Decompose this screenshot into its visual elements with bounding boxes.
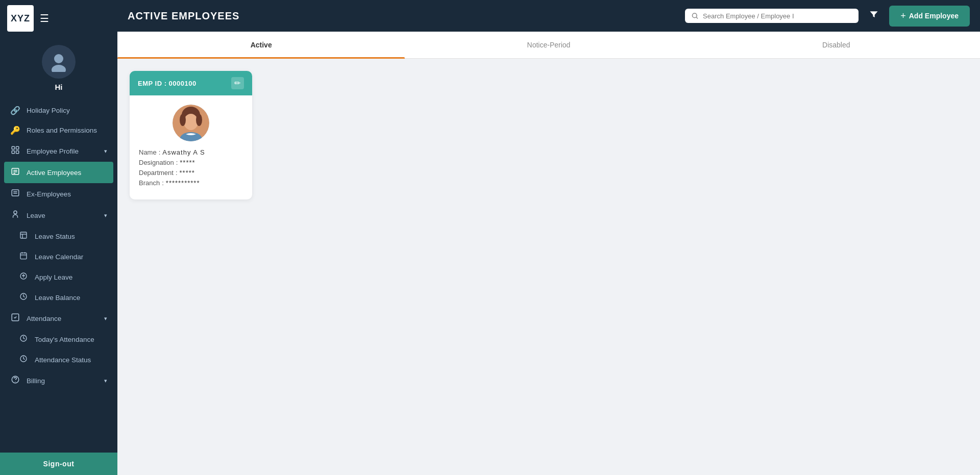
employee-card: EMP ID : 0000100 ✏ [130,71,252,199]
sidebar-item-label: Ex-Employees [27,190,71,198]
employee-branch-row: Branch : *********** [139,179,243,187]
employee-name-row: Name : Aswathy A S [139,148,243,156]
sidebar-item-attendance-status[interactable]: Attendance Status [0,349,117,370]
todays-attendance-icon [18,334,29,344]
sidebar-item-label: Leave [27,212,45,219]
sidebar-item-ex-employees[interactable]: Ex-Employees [0,183,117,205]
svg-rect-3 [16,146,19,149]
sidebar-item-leave[interactable]: Leave ▾ [0,205,117,226]
cards-area: EMP ID : 0000100 ✏ [117,59,980,212]
content-area: Active Notice-Period Disabled EMP ID : 0… [117,32,980,475]
chevron-down-icon: ▾ [104,148,107,155]
leave-status-icon [18,231,29,241]
emp-id: EMP ID : 0000100 [138,80,197,87]
chevron-down-icon: ▾ [104,315,107,322]
designation-label: Designation [139,159,174,166]
active-employees-icon [10,167,20,178]
filter-button[interactable] [867,8,881,24]
filter-icon [869,10,879,20]
add-employee-button[interactable]: + Add Employee [889,6,970,27]
sidebar-item-label: Today's Attendance [35,336,94,343]
sidebar-item-todays-attendance[interactable]: Today's Attendance [0,329,117,349]
designation-value: ***** [180,159,195,166]
chevron-down-icon: ▾ [104,212,107,219]
sidebar-user: Hi [0,37,117,96]
sidebar-item-label: Billing [27,377,45,385]
leave-balance-icon [18,292,29,303]
svg-point-0 [54,54,63,63]
sidebar-item-leave-status[interactable]: Leave Status [0,226,117,246]
chevron-down-icon: ▾ [104,378,107,384]
sidebar-item-label: Leave Balance [35,294,80,302]
tab-active[interactable]: Active [117,32,405,58]
svg-rect-5 [16,151,19,154]
employee-card-body: Name : Aswathy A S Designation : ***** D… [130,95,252,199]
search-bar [685,9,859,23]
svg-rect-14 [20,232,27,238]
attendance-status-icon [18,355,29,365]
department-value: ***** [180,169,195,177]
edit-icon[interactable]: ✏ [231,77,244,89]
holiday-policy-icon: 🔗 [10,106,20,115]
svg-rect-4 [12,151,14,154]
employee-card-header: EMP ID : 0000100 ✏ [130,71,252,95]
key-icon: 🔑 [10,126,20,135]
sidebar-item-leave-calendar[interactable]: Leave Calendar [0,246,117,267]
header: ACTIVE EMPLOYEES + Add Employee [117,0,980,32]
sidebar-item-billing[interactable]: Billing ▾ [0,370,117,391]
sidebar-item-leave-balance[interactable]: Leave Balance [0,287,117,308]
sidebar-item-label: Apply Leave [35,273,72,281]
employee-designation-row: Designation : ***** [139,159,243,166]
name-label: Name [139,148,157,156]
sidebar-item-label: Leave Calendar [35,253,83,261]
logo-box: XYZ [7,5,34,32]
sidebar-item-label: Active Employees [27,169,81,177]
sidebar-item-label: Roles and Permissions [27,127,97,134]
tab-disabled[interactable]: Disabled [693,32,980,58]
svg-rect-17 [20,253,27,259]
employee-info: Name : Aswathy A S Designation : ***** D… [139,148,243,189]
sidebar: XYZ ☰ Hi 🔗 Holiday Policy 🔑 Roles and Pe… [0,0,117,475]
plus-icon: + [900,11,906,21]
sidebar-item-apply-leave[interactable]: Apply Leave [0,267,117,287]
user-greeting: Hi [55,83,63,91]
sidebar-item-label: Holiday Policy [27,107,70,114]
sidebar-item-attendance[interactable]: Attendance ▾ [0,308,117,329]
person-icon [10,145,20,157]
search-icon [691,12,699,20]
svg-rect-2 [12,146,14,149]
sidebar-item-label: Attendance [27,315,61,322]
svg-point-27 [693,13,697,18]
calendar-icon [18,252,29,262]
hamburger-icon[interactable]: ☰ [40,12,49,24]
sidebar-logo: XYZ ☰ [0,0,117,37]
sidebar-item-active-employees[interactable]: Active Employees [4,162,113,183]
page-title: ACTIVE EMPLOYEES [128,10,677,22]
sidebar-item-employee-profile[interactable]: Employee Profile ▾ [0,140,117,162]
ex-employees-icon [10,188,20,199]
svg-point-34 [196,114,202,126]
tabs-bar: Active Notice-Period Disabled [117,32,980,59]
signout-button[interactable]: Sign-out [0,453,117,475]
name-value: Aswathy A S [162,148,205,156]
sidebar-item-label: Leave Status [35,233,75,240]
svg-point-32 [184,114,198,130]
billing-icon [10,375,20,386]
svg-line-28 [697,17,698,19]
add-employee-label: Add Employee [909,12,959,20]
svg-point-33 [180,114,186,126]
sidebar-item-roles-permissions[interactable]: 🔑 Roles and Permissions [0,120,117,140]
employee-avatar [173,105,209,141]
sidebar-item-label: Employee Profile [27,147,79,155]
sidebar-item-holiday-policy[interactable]: 🔗 Holiday Policy [0,101,117,120]
tab-notice-period[interactable]: Notice-Period [405,32,692,58]
search-input[interactable] [703,12,852,20]
sidebar-nav: 🔗 Holiday Policy 🔑 Roles and Permissions… [0,96,117,453]
sidebar-item-label: Attendance Status [35,356,91,364]
svg-point-13 [14,211,17,214]
branch-label: Branch [139,179,160,187]
employee-department-row: Department : ***** [139,169,243,177]
department-label: Department [139,169,174,177]
branch-value: *********** [166,179,200,187]
attendance-icon [10,313,20,324]
